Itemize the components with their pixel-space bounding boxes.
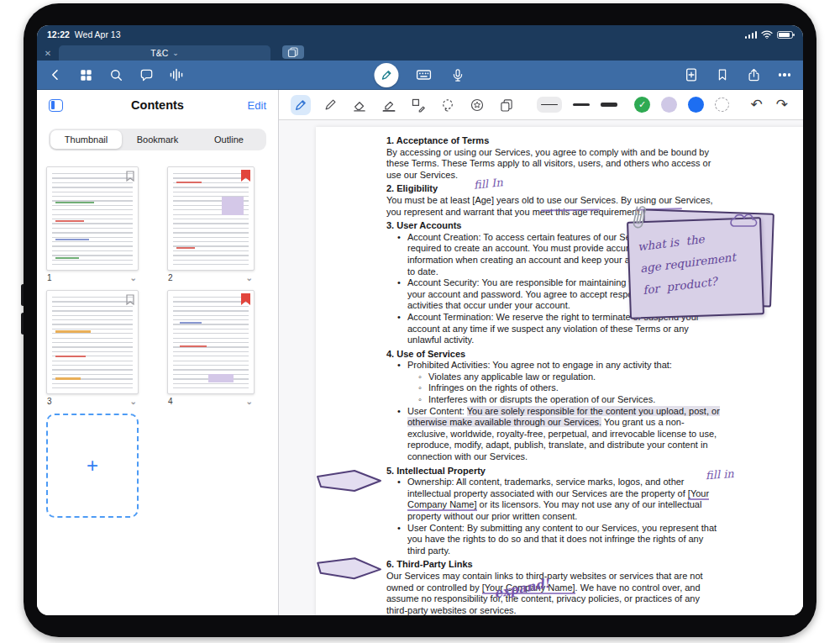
document-area: ✓ ↶ ↷ 1. Acceptance of TermsBy accessing… [279, 90, 803, 615]
active-pen-tool-button[interactable] [375, 63, 399, 87]
chevron-down-icon[interactable]: ⌄ [130, 397, 137, 406]
cellular-signal-icon [745, 31, 758, 39]
keyboard-icon[interactable] [416, 66, 433, 83]
doc-text-block: By accessing or using our Services, you … [386, 147, 722, 182]
ballpoint-pen-tool[interactable] [320, 95, 340, 115]
search-icon[interactable] [108, 66, 124, 83]
page-thumbnail-label: 3⌄ [46, 394, 139, 406]
chevron-down-icon[interactable]: ⌄ [246, 273, 253, 282]
page-number: 1 [47, 273, 52, 282]
status-bar: 12:22 Wed Apr 13 [37, 25, 803, 44]
sticky-note-tool[interactable] [496, 95, 517, 115]
doc-heading: 6. Third-Party Links [386, 559, 722, 571]
shapes-tool[interactable] [408, 95, 428, 115]
page-thumbnail-cell: 3⌄ [46, 290, 139, 406]
thumbnail-grid: 1⌄2⌄3⌄4⌄+ [37, 155, 278, 615]
page-thumbnail-cell: 4⌄ [167, 290, 255, 406]
main-toolbar [37, 61, 803, 90]
chevron-down-icon: ⌄ [172, 49, 179, 57]
lasso-tool[interactable] [438, 95, 458, 115]
battery-icon [777, 31, 793, 39]
page-thumbnail-label: 4⌄ [167, 394, 255, 406]
comment-icon[interactable] [138, 66, 155, 83]
close-icon[interactable]: ✕ [37, 49, 59, 61]
page-thumbnail-label: 2⌄ [167, 271, 255, 282]
thumbnail-content [173, 173, 249, 265]
bookmark-outline-icon [126, 293, 134, 308]
page-thumbnail-cell: 2⌄ [167, 166, 255, 282]
ipad-frame: 12:22 Wed Apr 13 ✕ T&C ⌄ [24, 3, 816, 637]
sidebar-header: Contents Edit [37, 90, 278, 120]
doc-text-block: Our Services may contain links to third-… [386, 571, 722, 615]
pages-grid-icon[interactable] [77, 66, 94, 83]
page-number: 4 [168, 397, 173, 406]
chevron-down-icon[interactable]: ⌄ [246, 397, 253, 406]
flag-shape-annotation[interactable] [314, 555, 384, 582]
bookmark-outline-icon [126, 170, 134, 185]
highlighter-tool[interactable] [379, 95, 399, 115]
audio-waveform-icon[interactable] [168, 66, 185, 83]
doc-heading: 5. Intellectual Property [386, 466, 722, 477]
page-number: 3 [47, 397, 52, 406]
thickness-medium[interactable] [573, 103, 590, 106]
wifi-icon [761, 30, 773, 39]
document-page: 1. Acceptance of TermsBy accessing or us… [316, 127, 803, 615]
microphone-icon[interactable] [449, 66, 466, 83]
tab-outline[interactable]: Outline [193, 130, 265, 149]
back-button[interactable] [47, 66, 64, 83]
sidebar-tabs: ThumbnailBookmarkOutline [49, 129, 266, 150]
tabs-overview-button[interactable] [282, 45, 304, 59]
tools-toolbar: ✓ ↶ ↷ [279, 90, 803, 120]
color-green-selected[interactable]: ✓ [634, 97, 650, 113]
status-time: 12:22 [47, 29, 70, 40]
page-thumbnail[interactable] [46, 290, 139, 394]
redo-button[interactable]: ↷ [776, 96, 788, 113]
doc-text-block: User Content: By submitting any content … [386, 523, 722, 557]
doc-text-block: Ownership: All content, trademarks, serv… [386, 477, 722, 522]
doc-heading: 1. Acceptance of Terms [386, 135, 722, 147]
page-thumbnail[interactable] [167, 290, 255, 394]
color-lavender[interactable] [661, 97, 677, 113]
more-options-icon[interactable] [776, 66, 793, 83]
screen: 12:22 Wed Apr 13 ✕ T&C ⌄ [37, 25, 803, 615]
page-thumbnail-cell: 1⌄ [46, 166, 139, 282]
flag-shape-annotation[interactable] [314, 468, 383, 493]
page-thumbnail[interactable] [167, 166, 255, 271]
doc-text-block: Interferes with or disrupts the operatio… [386, 394, 722, 406]
page-thumbnail-label: 1⌄ [46, 271, 139, 282]
stroke-thickness-group [537, 97, 617, 113]
add-page-icon[interactable] [683, 66, 700, 83]
doc-heading: 4. Use of Services [386, 349, 722, 361]
tab-title: T&C [150, 48, 168, 58]
eraser-tool[interactable] [349, 95, 370, 115]
sidebar-title: Contents [37, 98, 278, 112]
doc-heading: 2. Eligibility [386, 183, 722, 195]
bookmark-ribbon-icon [241, 293, 250, 308]
page-thumbnail[interactable] [46, 166, 139, 271]
sticky-note[interactable]: what is the age requirement for product? [627, 217, 764, 319]
document-canvas[interactable]: 1. Acceptance of TermsBy accessing or us… [279, 120, 803, 615]
thumbnail-content [173, 297, 249, 388]
thickness-thick[interactable] [601, 103, 617, 107]
chevron-down-icon[interactable]: ⌄ [130, 273, 137, 282]
edit-button[interactable]: Edit [248, 99, 266, 112]
add-page-cell[interactable]: + [46, 414, 139, 518]
document-tab[interactable]: T&C ⌄ [59, 45, 270, 61]
cloud-doodle [729, 214, 758, 229]
doc-text-block: User Content: You are solely responsible… [386, 406, 722, 463]
bookmark-ribbon-icon [241, 170, 250, 185]
fountain-pen-tool[interactable] [291, 95, 311, 115]
undo-button[interactable]: ↶ [751, 96, 763, 113]
color-picker-custom[interactable] [715, 98, 729, 112]
thumbnail-content [52, 173, 133, 265]
thumbnail-content [52, 297, 133, 388]
color-blue[interactable] [688, 97, 704, 113]
thickness-thin-selected[interactable] [537, 97, 562, 113]
share-icon[interactable] [745, 66, 762, 83]
tab-thumbnail[interactable]: Thumbnail [50, 130, 122, 149]
doc-text-block: Prohibited Activities: You agree not to … [386, 360, 722, 372]
status-date: Wed Apr 13 [75, 29, 121, 40]
stickers-tool[interactable] [467, 95, 487, 115]
tab-bookmark[interactable]: Bookmark [122, 130, 193, 149]
bookmark-icon[interactable] [714, 66, 731, 83]
